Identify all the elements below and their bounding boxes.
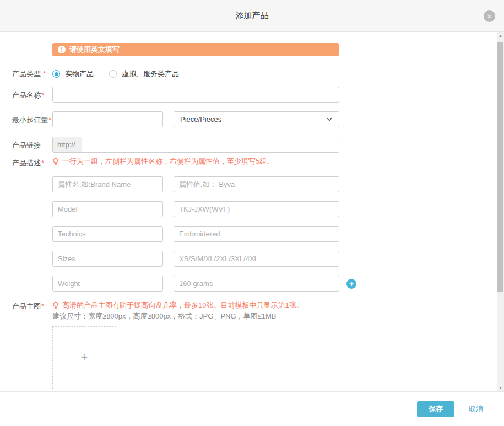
- product-link-row: 产品链接 http://: [0, 137, 504, 153]
- scrollbar-thumb[interactable]: [497, 42, 503, 292]
- add-attribute-button[interactable]: +: [346, 279, 356, 289]
- notice-text: 请使用英文填写: [69, 45, 120, 55]
- notice-banner: ! 请使用英文填写: [52, 43, 339, 56]
- upload-plus-icon: +: [81, 350, 88, 365]
- chevron-down-icon: [326, 117, 333, 122]
- radio-selected-icon: [52, 70, 60, 78]
- cancel-button[interactable]: 取消: [469, 404, 483, 414]
- attribute-row: [52, 226, 356, 242]
- radio-physical-product[interactable]: 实物产品: [52, 69, 94, 79]
- required-mark: *: [41, 159, 44, 167]
- attr-name-input[interactable]: [52, 251, 163, 267]
- product-image-label: 产品主图: [12, 302, 41, 310]
- min-order-input[interactable]: [52, 111, 163, 127]
- bulb-icon: [52, 301, 59, 310]
- product-link-input[interactable]: [82, 137, 339, 152]
- attr-name-input[interactable]: [52, 276, 163, 292]
- product-name-label: 产品名称: [12, 91, 41, 99]
- scrollbar-up-icon[interactable]: ▲: [497, 32, 504, 39]
- attr-value-input[interactable]: [174, 201, 339, 217]
- unit-select-value: Piece/Pieces: [180, 115, 221, 123]
- info-icon: !: [58, 46, 66, 53]
- attribute-row: [52, 176, 356, 192]
- product-link-label: 产品链接: [12, 141, 41, 149]
- modal-body: ! 请使用英文填写 产品类型* 实物产品 虚拟、服务类产品 产品名称*: [0, 32, 504, 391]
- close-button[interactable]: ✕: [484, 10, 495, 22]
- required-mark: *: [41, 91, 44, 99]
- attr-name-input[interactable]: [52, 201, 163, 217]
- attr-value-input[interactable]: [174, 276, 339, 292]
- close-icon: ✕: [486, 13, 492, 20]
- radio-virtual-product[interactable]: 虚拟、服务类产品: [109, 69, 179, 79]
- product-desc-row: 产品描述* 一行为一组，左侧栏为属性名称，右侧栏为属性值，至少填写5组。: [0, 158, 504, 292]
- scrollbar[interactable]: ▲ ▼: [497, 32, 504, 391]
- product-link-field: http://: [52, 137, 339, 153]
- notice-row: ! 请使用英文填写: [0, 43, 504, 69]
- plus-icon: +: [349, 280, 354, 288]
- product-image-row: 产品主图* 高清的产品主图有助于提高询盘几率，最多10张。目前模板中只显示第1张…: [0, 301, 504, 389]
- radio-physical-label: 实物产品: [65, 69, 94, 79]
- required-mark: *: [48, 116, 51, 124]
- min-order-row: 最小起订量* Piece/Pieces: [0, 111, 504, 127]
- save-button[interactable]: 保存: [417, 401, 454, 417]
- bulb-icon: [52, 158, 59, 166]
- scrollbar-down-icon[interactable]: ▼: [497, 384, 504, 391]
- attribute-row: [52, 251, 356, 267]
- image-hint: 高清的产品主图有助于提高询盘几率，最多10张。目前模板中只显示第1张。: [52, 301, 304, 309]
- product-type-row: 产品类型* 实物产品 虚拟、服务类产品: [0, 69, 504, 79]
- image-upload-box[interactable]: +: [52, 326, 116, 389]
- attr-name-input[interactable]: [52, 176, 163, 192]
- attr-name-input[interactable]: [52, 226, 163, 242]
- attr-value-input[interactable]: [174, 226, 339, 242]
- modal-title: 添加产品: [236, 10, 269, 21]
- modal-footer: 保存 取消: [0, 391, 504, 426]
- min-order-label: 最小起订量: [12, 116, 48, 124]
- required-mark: *: [43, 69, 46, 78]
- attribute-row: +: [52, 276, 356, 292]
- attr-value-input[interactable]: [174, 176, 339, 192]
- product-name-input[interactable]: [52, 87, 339, 103]
- product-desc-label: 产品描述: [12, 159, 41, 167]
- radio-virtual-label: 虚拟、服务类产品: [122, 69, 179, 79]
- url-prefix: http://: [53, 137, 82, 152]
- required-mark: *: [41, 302, 44, 310]
- image-size-hint: 建议尺寸：宽度≥800px，高度≥800px，格式：JPG、PNG，单图≤1MB: [52, 311, 304, 319]
- attribute-row: [52, 201, 356, 217]
- attr-value-input[interactable]: [174, 251, 339, 267]
- desc-hint: 一行为一组，左侧栏为属性名称，右侧栏为属性值，至少填写5组。: [52, 158, 356, 165]
- unit-select[interactable]: Piece/Pieces: [174, 111, 339, 127]
- product-name-row: 产品名称*: [0, 87, 504, 103]
- modal-header: 添加产品 ✕: [0, 0, 504, 32]
- add-product-modal: 添加产品 ✕ ! 请使用英文填写 产品类型* 实物产品 虚拟、服务: [0, 0, 504, 391]
- product-type-label: 产品类型: [12, 69, 41, 78]
- radio-unselected-icon: [109, 70, 117, 78]
